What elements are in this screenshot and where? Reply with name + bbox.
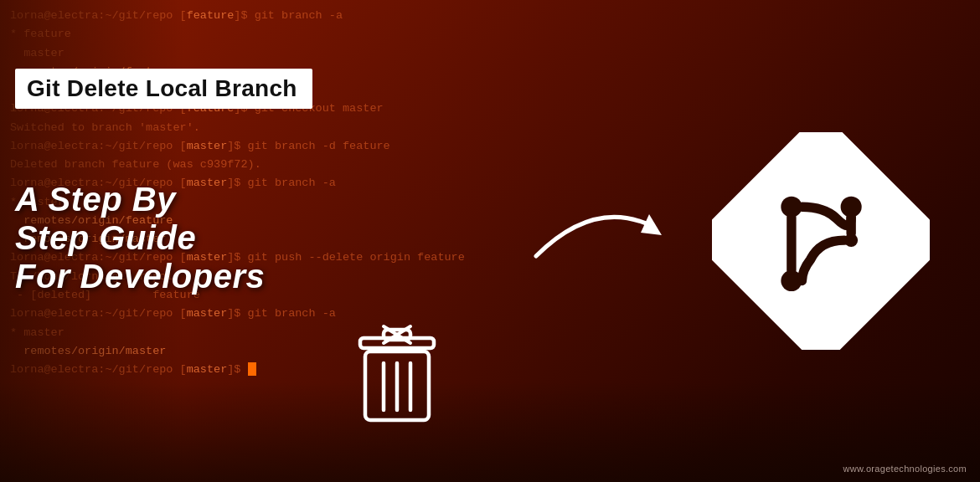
subtitle-block: A Step By Step Guide For Developers: [15, 180, 265, 295]
trash-icon: [352, 323, 444, 432]
git-logo-icon: [712, 132, 930, 350]
main-container: lorna@electra:~/git/repo [feature]$ git …: [0, 0, 980, 482]
svg-rect-9: [712, 132, 930, 350]
arrow-icon: [519, 181, 670, 281]
website-url: www.oragetechnologies.com: [843, 464, 967, 474]
subtitle-line3: For Developers: [15, 257, 265, 295]
subtitle-line1: A Step By: [15, 180, 265, 218]
title-text: Git Delete Local Branch: [27, 75, 297, 101]
bottom-overlay: [0, 382, 980, 482]
title-box: Git Delete Local Branch: [15, 69, 312, 109]
subtitle-line2: Step Guide: [15, 218, 265, 257]
